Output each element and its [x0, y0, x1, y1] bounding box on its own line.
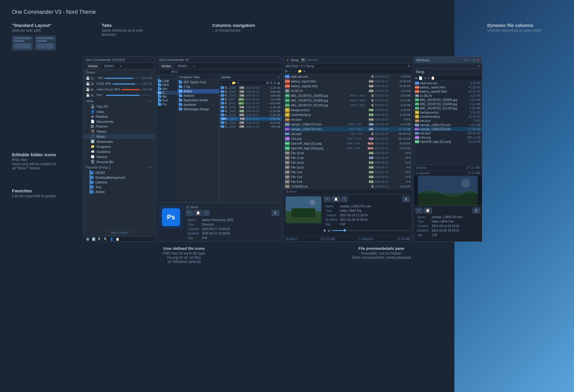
temp-file-row[interactable]: JPG IMG_20190720_150955.jpg 4032 × 3024 …	[284, 93, 412, 98]
nav-cam[interactable]: CAM	[157, 79, 177, 83]
nav-den[interactable]: DEN	[157, 83, 177, 87]
nav-thispc[interactable]: 🖥️ This PC	[83, 104, 155, 109]
tab-col-adobe[interactable]: Adobe	[158, 63, 174, 69]
nav-c-selected[interactable]: C:	[157, 91, 177, 95]
win4-file-row[interactable]: M2V sample_1280x720.m2v 6.16 MB	[414, 123, 482, 127]
temp-file-row[interactable]: JPG IMG_20190720_151006.jpg 4032 × 3024 …	[284, 98, 412, 103]
win4-file-row[interactable]: JPG IMG_20190720_150955.jpg 3.83 MB	[414, 98, 482, 102]
temp-file-row[interactable]: PNG OpenXR_logo (01a).png 1400 × 500 53 …	[284, 146, 412, 151]
drive-k1[interactable]: 💾 K: video (\\nas) 95% 148 GB	[83, 87, 155, 92]
adobe-row[interactable]: Adobe After Effects 2020 [DIR] 7 M 2020-…	[219, 86, 282, 90]
win4-cut[interactable]: ✂	[416, 208, 422, 213]
fav-adobe[interactable]: Adobe	[83, 189, 155, 194]
tab-col-demo[interactable]: DEMO	[175, 63, 190, 69]
win4-file-row[interactable]: JS contentscript.js 41.96 KB	[414, 114, 482, 119]
win4-file-row[interactable]: INI sv-SE.ini 3.24 KB	[414, 94, 482, 98]
win4-file-row[interactable]: CSS style.min.css 6.29 KB	[414, 81, 482, 85]
temp-file-row[interactable]: TXT File 4.txt 8 M 2020-06-29 14 B	[284, 174, 412, 179]
media-delete[interactable]: 🗑	[402, 196, 410, 202]
paste-btn[interactable]: ⤵	[204, 210, 210, 216]
nav-perf[interactable]: Perf	[157, 99, 177, 102]
nav-pictures[interactable]: 🖼 Pictures	[83, 124, 155, 129]
temp-file-row[interactable]: TXT File 2a.txt 8 M 2020-06-17 5 B	[284, 165, 412, 170]
temp-file-row[interactable]: CSS style.min.css 1 2019-08-24 6.29 KB	[284, 74, 412, 79]
nav-onedrive[interactable]: ☁️ OneDrive	[83, 149, 155, 154]
temp-file-row[interactable]: TXT LICENSE.txt 1 2020-03-10 31.32 KB	[284, 184, 412, 189]
copy-btn[interactable]: 📋	[194, 210, 202, 216]
nav-milos[interactable]: 👤 milos	[83, 109, 155, 114]
win4-file-row[interactable]: JPG IMG_20190720_151106.jpg 4.65 MB	[414, 106, 482, 110]
win4-file-row[interactable]: JSO win.json 378 B	[414, 119, 482, 123]
temp-file-row[interactable]: TXT File 1b.txt 8 M 2020-06-29 14 B	[284, 151, 412, 155]
adobe-row[interactable]: Adobe Premiere Pro 2020 [DIR] 7 M 2020-0…	[219, 121, 282, 125]
temp-file-row[interactable]: HTM battery_report2.html 9 M 2020-05-29 …	[284, 84, 412, 88]
temp-file-row[interactable]: TXT File 3.txt 8 M 2020-11-30 16 B	[284, 170, 412, 174]
media-copy[interactable]: 📋	[332, 196, 340, 202]
nav-mic[interactable]: Mic	[157, 95, 177, 99]
row-7zip[interactable]: 7-Zip	[178, 85, 219, 89]
win4-file-row[interactable]: JPG IMG_20190720_151006.jpg 4.12 MB	[414, 102, 482, 106]
drive-c[interactable]: 💾 C: 79% 204 GB	[83, 75, 155, 81]
temp-file-row[interactable]: M4V sample_1280x720.m4v 1280 × 720 2 M 2…	[284, 127, 412, 131]
win4-file-row[interactable]: HTM battery_report2.html 42.35 KB	[414, 89, 482, 94]
drive-d[interactable]: 💾 D: DATA 80% 215 GB	[83, 81, 155, 87]
win4-file-row[interactable]: PNG OpenXR_logo (01).png 21.54 KB	[414, 140, 482, 144]
win4-copy[interactable]: 📋	[424, 208, 432, 213]
tab-adobe[interactable]: Adobe	[85, 63, 101, 69]
temp-file-row[interactable]: JS contentscript.js 5 M 2020-09-13 41.96…	[284, 112, 412, 117]
temp-file-row[interactable]: TXT File 1c.txt 2 M 2020-12-19 15 B	[284, 155, 412, 160]
adobe-row[interactable]: Adobe Media Encoder 2020 [DIR] 9 M 2020-…	[219, 113, 282, 117]
nav-documents[interactable]: 📄 Documents	[83, 119, 155, 124]
fav-desktopbg[interactable]: DesktopBackground	[83, 175, 155, 180]
adobe-row[interactable]: Adobe Creative Cloud Experience [DIR] 12…	[219, 101, 282, 105]
row-3df[interactable]: 3DF Zephyr Free	[178, 80, 219, 85]
temp-file-row[interactable]: JSO win.json 9 M 2020-05-23 378 B	[284, 117, 412, 122]
row-blackmagic[interactable]: Blackmagic Design	[178, 107, 219, 111]
nav-music[interactable]: 🎵 Music	[83, 134, 155, 139]
nav-downloads[interactable]: ⬇️ Downloads	[83, 139, 155, 144]
adobe-row[interactable]: Adobe Bridge 2020 [DIR] 7 M 2020-08-10 ~…	[219, 94, 282, 97]
row-android[interactable]: Android	[178, 94, 219, 98]
nav-recent[interactable]: 🕐 Recent	[83, 154, 155, 159]
nav-inte[interactable]: Inte	[157, 87, 177, 91]
fav-camera[interactable]: Camera	[83, 180, 155, 185]
tab-demo[interactable]: DEMO	[101, 63, 117, 69]
row-adobe-selected[interactable]: Adobe	[178, 89, 219, 94]
new-group-btn[interactable]: New Group	[83, 228, 155, 237]
delete-btn[interactable]: 🗑	[272, 210, 279, 216]
adobe-row[interactable]: Adobe Illustrator 2020 [DIR] 7 M 2020-05…	[219, 105, 282, 109]
temp-file-row[interactable]: TXT File 5.txt 8 M 2020-06-17 5 B	[284, 179, 412, 184]
media-paste[interactable]: ⤵	[341, 196, 347, 202]
win4-file-row[interactable]: C4D c4d.png 220.14 KB	[414, 135, 482, 140]
win4-delete[interactable]: 🗑	[473, 208, 480, 213]
adobe-row[interactable]: Common [DIR] 7 M 2020-07-20 ~633 KB	[219, 125, 282, 128]
fav-text[interactable]: Text	[83, 185, 155, 189]
row-appverifier[interactable]: Application Verifier	[178, 98, 219, 102]
temp-file-row[interactable]: HTM battery_report.html 9 M 2020-05-29 4…	[284, 79, 412, 84]
temp-file-row[interactable]: INI sv-SE.ini 9 M 2020-04-26 3.24 KB	[284, 88, 412, 93]
media-cut[interactable]: ✂	[324, 196, 331, 202]
adobe-row[interactable]: Adobe Creative Cloud [DIR] 10 c 2021-03-…	[219, 97, 282, 101]
drive-k2[interactable]: 💾 K: Perf...	[83, 92, 155, 98]
temp-file-row[interactable]: JPG IMG_20190720_151106.jpg 4032 × 3024 …	[284, 103, 412, 108]
tab-col-add[interactable]: +	[191, 63, 197, 69]
temp-file-row[interactable]: C4D c4d.png 1047 × 629 6 M 2020-09-01 22…	[284, 136, 412, 141]
win4-file-row[interactable]: JS background.js 5.36 KB	[414, 110, 482, 114]
nav-pro[interactable]: Pro	[157, 102, 177, 106]
adobe-row[interactable]: Adobe Lightroom CC [DIR] 8 M 2020-06-15 …	[219, 109, 282, 113]
adobe-row[interactable]: Adobe Photoshop 2020 [DIR] 9 M 2020-05-2…	[219, 117, 282, 121]
adobe-row[interactable]: Adobe Audition 2020 [DIR] 7 M 2020-08-10…	[219, 90, 282, 94]
temp-file-row[interactable]: TXT File 1d.txt 8 M 2020-06-29 14 B	[284, 160, 412, 165]
nav-recyclebin[interactable]: 🗑️ Recycle Bin	[83, 159, 155, 164]
nav-desktop[interactable]: 🖥 Desktop	[83, 114, 155, 119]
temp-file-row[interactable]: M2V sample_1280x720.m2v 1280 × 720 2 M 2…	[284, 122, 412, 127]
cut-btn[interactable]: ✂	[186, 210, 193, 216]
temp-file-row[interactable]: PNG OpenXR_logo (01).png 1400 × 500 53 G…	[284, 141, 412, 146]
nav-videos[interactable]: 🎬 Videos	[83, 129, 155, 134]
win4-file-row[interactable]: M4V sample_1280x720.m4v 17.44 MB	[414, 127, 482, 131]
win4-file-row[interactable]: HTM battery_report.html 42.35 KB	[414, 85, 482, 89]
temp-file-row[interactable]: MP4 vid.mp4 320 × 176 1 2020-01-23 788.4…	[284, 131, 412, 136]
tab-add-button[interactable]: +	[118, 63, 124, 69]
nav-programs[interactable]: 📁 Programs	[83, 144, 155, 149]
fav-demo[interactable]: DEMO	[83, 170, 155, 175]
